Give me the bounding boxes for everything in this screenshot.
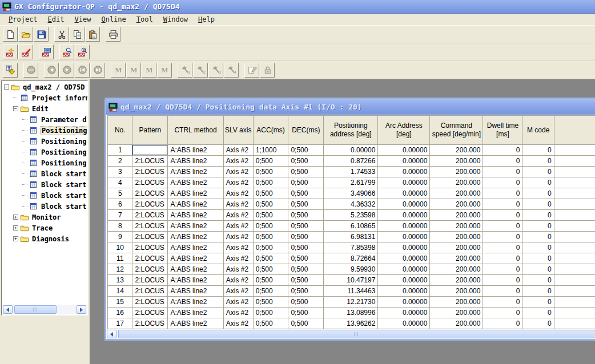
menu-help[interactable]: Help — [193, 15, 220, 25]
cell-arc[interactable]: 0.00000 — [378, 199, 430, 210]
m-code-2-button[interactable]: MM — [126, 63, 141, 78]
cell-blank[interactable] — [554, 177, 595, 188]
cell-slv[interactable]: Axis #2 — [223, 188, 253, 199]
cell-slv[interactable]: Axis #2 — [223, 145, 253, 156]
cell-slv[interactable]: Axis #2 — [223, 156, 253, 167]
cell-acc[interactable]: 0;500 — [253, 167, 288, 177]
cell-ctrl[interactable]: A:ABS line2 — [168, 188, 223, 199]
cell-arc[interactable]: 0.00000 — [378, 188, 430, 199]
cell-slv[interactable]: Axis #2 — [223, 199, 253, 210]
cell-mcode[interactable]: 0 — [522, 177, 554, 188]
cell-acc[interactable]: 0;500 — [253, 188, 288, 199]
cell-pos[interactable]: 9.59930 — [324, 264, 378, 275]
document-icon[interactable] — [108, 103, 118, 112]
cell-pattern[interactable]: 2:LOCUS — [132, 145, 168, 156]
axis-left-button[interactable] — [44, 63, 59, 78]
cell-ctrl[interactable]: A:ABS line2 — [168, 275, 223, 286]
cell-pos[interactable]: 6.98131 — [324, 232, 378, 242]
cell-no[interactable]: 4 — [108, 177, 132, 188]
cell-pattern[interactable]: 2:LOCUS — [132, 210, 168, 221]
cell-dec[interactable]: 0;500 — [288, 232, 324, 242]
paste-button[interactable] — [85, 27, 100, 42]
cell-dec[interactable]: 0;500 — [288, 253, 324, 264]
test-tool-1-button[interactable]: 1 — [178, 63, 192, 78]
module-edit-button[interactable] — [18, 45, 33, 59]
cell-dec[interactable]: 0;500 — [288, 167, 324, 177]
cell-speed[interactable]: 200.000 — [430, 167, 483, 177]
cell-blank[interactable] — [554, 242, 595, 253]
main-title-bar[interactable]: GX Configurator-QP - qd_max2 / QD75D4 — [0, 0, 595, 14]
cell-speed[interactable]: 200.000 — [430, 286, 483, 297]
cell-dec[interactable]: 0;500 — [288, 177, 324, 188]
cell-arc[interactable]: 0.00000 — [378, 210, 430, 221]
cell-speed[interactable]: 200.000 — [430, 188, 483, 199]
expand-toggle-icon[interactable]: + — [13, 236, 18, 241]
cell-ctrl[interactable]: A:ABS line2 — [168, 253, 223, 264]
cell-mcode[interactable]: 0 — [522, 275, 554, 286]
scroll-right-button[interactable] — [77, 305, 86, 314]
cell-mcode[interactable]: 0 — [522, 286, 554, 297]
document-title-bar[interactable]: qd_max2 / QD75D4 / Positioning data Axis… — [106, 99, 595, 115]
cell-speed[interactable]: 200.000 — [430, 177, 483, 188]
cell-dwell[interactable]: 0 — [483, 167, 522, 177]
cell-acc[interactable]: 0;500 — [253, 275, 288, 286]
cell-speed[interactable]: 200.000 — [430, 297, 483, 308]
menu-tool[interactable]: Tool — [131, 15, 158, 25]
cell-slv[interactable]: Axis #2 — [223, 264, 253, 275]
cell-acc[interactable]: 0;500 — [253, 242, 288, 253]
cell-dec[interactable]: 0;500 — [288, 199, 324, 210]
tree-item[interactable]: Project inform — [2, 92, 87, 103]
cell-dwell[interactable]: 0 — [483, 221, 522, 232]
cell-slv[interactable]: Axis #2 — [223, 286, 253, 297]
axis-left-end-button[interactable] — [75, 63, 90, 78]
cell-pos[interactable]: 7.85398 — [324, 242, 378, 253]
cell-speed[interactable]: 200.000 — [430, 264, 483, 275]
cell-mcode[interactable]: 0 — [522, 242, 554, 253]
cell-acc[interactable]: 1;1000 — [253, 145, 288, 156]
cell-slv[interactable]: Axis #2 — [223, 297, 253, 308]
cell-ctrl[interactable]: A:ABS line2 — [168, 210, 223, 221]
cell-speed[interactable]: 200.000 — [430, 275, 483, 286]
cell-blank[interactable] — [554, 286, 595, 297]
cell-dec[interactable]: 0;500 — [288, 221, 324, 232]
cell-pattern[interactable]: 2:LOCUS — [132, 156, 168, 167]
cell-blank[interactable] — [554, 318, 595, 329]
cell-ctrl[interactable]: A:ABS line2 — [168, 232, 223, 242]
cell-mcode[interactable]: 0 — [522, 156, 554, 167]
cell-ctrl[interactable]: A:ABS line2 — [168, 156, 223, 167]
tree-item[interactable]: −Edit — [2, 103, 87, 114]
tree-item[interactable]: +Monitor — [2, 212, 87, 223]
menu-edit[interactable]: Edit — [43, 15, 70, 25]
cell-dwell[interactable]: 0 — [483, 242, 522, 253]
cell-pos[interactable]: 8.72664 — [324, 253, 378, 264]
cell-slv[interactable]: Axis #2 — [223, 242, 253, 253]
module-verify-button[interactable] — [59, 45, 74, 59]
cell-pos[interactable]: 2.61799 — [324, 177, 378, 188]
cell-arc[interactable]: 0.00000 — [378, 253, 430, 264]
cell-no[interactable]: 6 — [108, 199, 132, 210]
cell-arc[interactable]: 0.00000 — [378, 308, 430, 318]
col-arc-address[interactable]: Arc Address [deg] — [378, 116, 430, 145]
cell-acc[interactable]: 0;500 — [253, 264, 288, 275]
cell-no[interactable]: 12 — [108, 264, 132, 275]
cell-blank[interactable] — [554, 167, 595, 177]
cell-acc[interactable]: 0;500 — [253, 210, 288, 221]
cell-ctrl[interactable]: A:ABS line2 — [168, 221, 223, 232]
stop-button[interactable]: STOP — [23, 63, 38, 78]
cell-slv[interactable]: Axis #2 — [223, 308, 253, 318]
cell-dec[interactable]: 0;500 — [288, 210, 324, 221]
cell-pattern[interactable]: 2:LOCUS — [132, 286, 168, 297]
cell-acc[interactable]: 0;500 — [253, 221, 288, 232]
cell-dec[interactable]: 0;500 — [288, 318, 324, 329]
tree-item[interactable]: Block start — [2, 201, 87, 212]
cell-pattern[interactable]: 2:LOCUS — [132, 242, 168, 253]
cell-arc[interactable]: 0.00000 — [378, 156, 430, 167]
cell-mcode[interactable]: 0 — [522, 199, 554, 210]
cell-dec[interactable]: 0;500 — [288, 242, 324, 253]
cell-pattern[interactable]: 2:LOCUS — [132, 275, 168, 286]
module-monitor-button[interactable] — [39, 45, 54, 59]
cell-mcode[interactable]: 0 — [522, 318, 554, 329]
tree-item[interactable]: Block start — [2, 168, 87, 179]
cell-arc[interactable]: 0.00000 — [378, 177, 430, 188]
cut-button[interactable] — [54, 27, 69, 42]
